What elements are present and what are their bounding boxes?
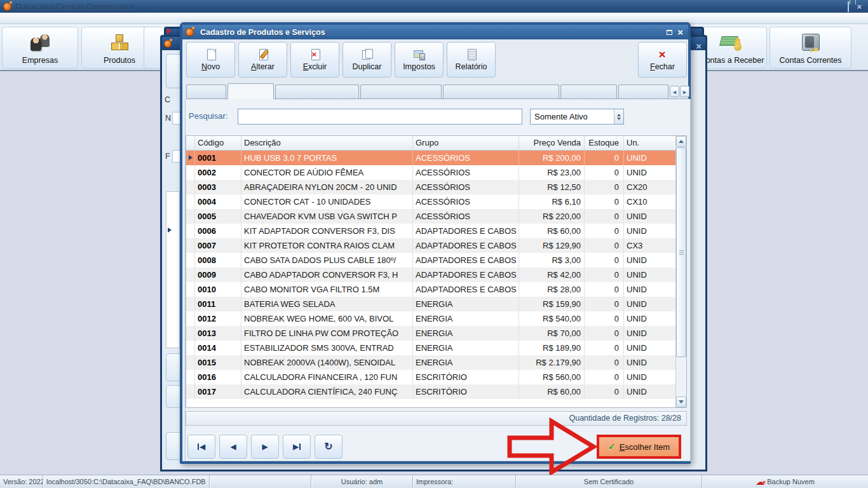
column-header-codigo[interactable]: Código [195,136,241,150]
next-record-button[interactable]: ▶ [251,435,279,459]
tab-scroll-left-button[interactable]: ◂ [670,86,679,97]
status-bar: Versão: 2022.04.23localhost/3050:C:\Data… [0,475,868,488]
row-marker [186,180,195,194]
duplicar-button[interactable]: Duplicar [342,42,391,78]
filter-dropdown[interactable]: Somente Ativo [530,109,624,125]
scroll-up-button[interactable] [676,136,686,147]
navigator: ◀ ◀ ▶ ▶ ↻ ✓ Escolher Item [182,435,693,460]
table-row[interactable]: 0007 KIT PROTETOR CONTRA RAIOS CLAM ADAP… [186,238,686,253]
table-row[interactable]: 0004 CONECTOR CAT - 10 UNIDADES ACESSÓRI… [186,194,686,209]
row-marker [186,224,195,238]
table-row[interactable]: 0011 BATERIA WEG SELADA ENERGIA R$ 159,9… [186,297,686,311]
table-row[interactable]: 0003 ABRAÇADEIRA NYLON 20CM - 20 UNID AC… [186,180,686,194]
table-row[interactable]: 0002 CONECTOR DE AÚDIO FÊMEA ACESSÓRIOS … [186,165,686,180]
companies-icon [29,34,51,51]
table-row[interactable]: 0016 CALCULADORA FINANCEIRA , 120 FUN ES… [186,370,686,384]
table-row[interactable]: 0006 KIT ADAPTADOR CONVERSOR F3, DIS ADA… [186,224,686,238]
table-row[interactable]: 0009 CABO ADAPTADOR CONVERSOR F3, H ADAP… [186,268,686,282]
app-icon [3,3,11,11]
app-icon [164,40,172,48]
toolbar-button-empresas[interactable]: Empresas [2,27,78,69]
row-marker [186,238,195,253]
previous-record-button[interactable]: ◀ [219,435,247,459]
alterar-button[interactable]: Alterar [238,42,287,78]
table-scrollbar[interactable] [675,136,686,407]
table-row[interactable]: 0014 ESTABILIZADOR SMS 300VA, ENTRAD ENE… [186,341,686,355]
refresh-button[interactable]: ↻ [315,435,342,459]
status-segment: Usuário: adm [311,475,413,488]
search-label: Pesquisar: [189,111,227,121]
spinner-buttons[interactable] [614,109,623,124]
table-row[interactable]: 0017 CALCULADORA CIENTÍFICA, 240 FUNÇ ES… [186,384,686,399]
search-input[interactable] [238,109,522,125]
table-row[interactable]: 0012 NOBREAK WEG HOME, 600 VA, BIVOL ENE… [186,311,686,326]
row-marker [186,297,195,311]
close-button[interactable]: × [857,3,862,11]
tab-orcamentos[interactable] [560,85,617,98]
column-header-descricao[interactable]: Descrição [241,136,413,150]
row-marker [186,253,195,268]
relatorio-button[interactable]: Relatório [447,42,496,78]
row-marker [186,151,195,165]
status-segment [210,475,311,488]
records-count-strip: Quantidade de Registros: 28/28 [186,411,687,426]
column-header-un[interactable]: Un. [624,136,677,150]
desktop: Datacaixa Gestão Empresarial × Empresas … [0,0,868,488]
row-marker [186,341,195,355]
impostos-button[interactable]: Impostos [395,42,444,78]
tab-scroll-right-button[interactable]: ▸ [680,86,689,97]
main-titlebar: Datacaixa Gestão Empresarial × [0,0,868,13]
table-row[interactable]: 0001 HUB USB 3.0 7 PORTAS ACESSÓRIOS R$ … [186,151,686,165]
fechar-button[interactable]: Fechar [638,42,687,78]
scroll-down-button[interactable] [676,396,686,407]
dialog-title: Cadastro de Produtos e Serviços [200,28,325,37]
cloud-backup-icon: ☁ [756,477,764,486]
main-window-title: Datacaixa Gestão Empresarial [15,2,133,11]
last-record-button[interactable]: ▶ [283,435,311,459]
background-button-fragment [166,385,181,408]
table-row[interactable]: 0010 CABO MONITOR VGA FILTRO 1.5M ADAPTA… [186,282,686,297]
filter-value: Somente Ativo [531,112,614,121]
records-count-label: Quantidade de Registros: 28/28 [569,414,681,423]
background-label-fragment: F [165,152,170,161]
column-header-estoque[interactable]: Estoque [585,136,624,150]
toolbar-button-contas-a-receber[interactable]: Contas a Receber [697,27,767,69]
table-row[interactable]: 0015 NOBREAK 2000VA (1400W), SENOIDAL EN… [186,355,686,370]
dialog-close-button[interactable]: × [677,28,683,36]
tab-pesquisar[interactable] [227,83,274,99]
tab-movimentacao-de-estoque[interactable] [443,85,559,98]
row-marker [186,165,195,180]
novo-button[interactable]: Novo [186,42,235,78]
accounts-icon [802,34,820,51]
background-button-fragment [166,353,181,381]
tab-pedidos-de-compra[interactable] [275,85,359,98]
table-body: 0001 HUB USB 3.0 7 PORTAS ACESSÓRIOS R$ … [186,151,686,399]
tab-cadastro[interactable] [186,85,226,98]
close-red-icon [656,49,669,60]
tab-notas-de-entrada[interactable] [360,85,442,98]
column-header-grupo[interactable]: Grupo [413,136,519,150]
row-marker [186,355,195,370]
scrollbar-thumb[interactable] [676,147,686,357]
status-segment: Impressora: [413,475,516,488]
copy-icon [361,49,374,60]
column-header-preco-venda[interactable]: Preço Venda [519,136,585,150]
dialog-titlebar[interactable]: Cadastro de Produtos e Serviços × [182,25,688,39]
restore-button[interactable] [848,3,849,11]
table-row[interactable]: 0013 FILTRO DE LINHA PW COM PROTEÇÃO ENE… [186,326,686,341]
tax-icon [413,49,426,60]
table-row[interactable]: 0005 CHAVEADOR KVM USB VGA SWITCH P ACES… [186,209,686,224]
escolher-item-button[interactable]: ✓ Escolher Item [597,435,681,459]
table-row[interactable]: 0008 CABO SATA DADOS PLUS CABLE 180º/ AD… [186,253,686,268]
flag-icon [167,28,171,34]
produtos-dialog: Cadastro de Produtos e Serviços × Novo A… [180,22,691,464]
toolbar-button-contas-correntes[interactable]: Contas Correntes [770,27,851,69]
background-window-close-button[interactable]: × [696,42,702,51]
excluir-button[interactable]: Excluir [290,42,339,78]
tab-pedidos-de[interactable] [618,85,668,98]
backup-nuvem-status[interactable]: ☁ Backup Nuvem [702,475,868,488]
first-record-button[interactable]: ◀ [187,435,215,459]
new-icon [205,49,217,60]
status-segment: Versão: 2022.04.23 [0,475,43,488]
dialog-restore-button[interactable] [667,30,672,35]
